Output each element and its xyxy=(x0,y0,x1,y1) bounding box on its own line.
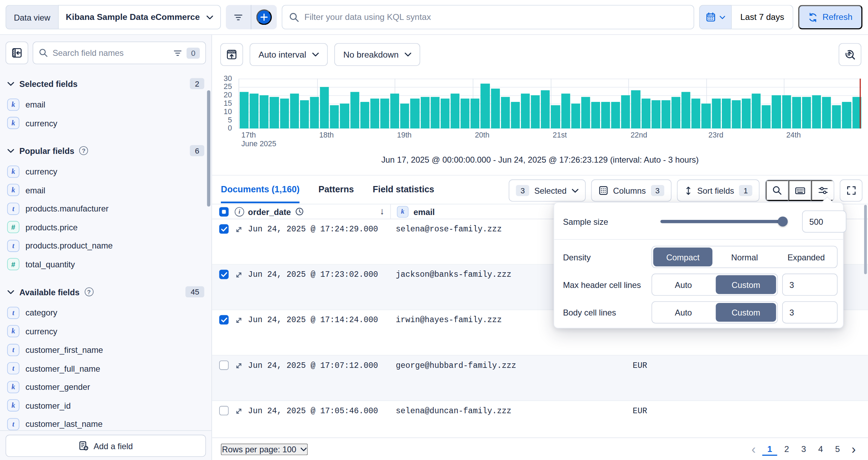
field-item[interactable]: #total_quantity xyxy=(0,255,211,274)
sample-size-input[interactable] xyxy=(802,210,846,232)
histogram-chart[interactable] xyxy=(239,79,861,128)
page-button-5[interactable]: 5 xyxy=(830,443,845,456)
page-button-1[interactable]: 1 xyxy=(762,443,777,456)
email-cell[interactable]: selena@rose-family.zzz xyxy=(396,225,502,233)
histogram-bar[interactable] xyxy=(491,89,500,128)
section-header[interactable]: Available fields?45 xyxy=(0,282,211,301)
selected-documents-dropdown[interactable]: 3 Selected xyxy=(509,179,585,201)
histogram-bar[interactable] xyxy=(702,104,711,128)
filter-icon[interactable] xyxy=(226,5,250,29)
histogram-bar[interactable] xyxy=(420,97,429,128)
field-item[interactable]: kcurrency xyxy=(0,322,211,341)
columns-button[interactable]: Columns 3 xyxy=(591,179,671,201)
body-lines-input[interactable] xyxy=(782,301,838,323)
order-date-cell[interactable]: Jun 24, 2025 @ 17:24:29.000 xyxy=(248,225,378,233)
histogram-bar[interactable] xyxy=(561,94,570,128)
field-item[interactable]: tproducts.manufacturer xyxy=(0,199,211,218)
kql-search-input[interactable] xyxy=(305,12,687,22)
row-checkbox[interactable] xyxy=(219,315,229,325)
field-item[interactable]: kcustomer_id xyxy=(0,396,211,415)
select-all-checkbox[interactable] xyxy=(219,204,229,218)
histogram-bar[interactable] xyxy=(792,97,801,128)
field-item[interactable]: tcategory xyxy=(0,304,211,322)
refresh-button[interactable]: Refresh xyxy=(798,5,863,29)
histogram-bar[interactable] xyxy=(390,94,399,128)
histogram-bar[interactable] xyxy=(461,98,470,128)
header-lines-auto[interactable]: Auto xyxy=(653,275,713,294)
previous-page-button[interactable]: ‹ xyxy=(747,443,760,455)
histogram-bar[interactable] xyxy=(370,98,379,128)
header-lines-custom[interactable]: Custom xyxy=(716,275,776,294)
currency-cell[interactable]: EUR xyxy=(633,407,647,415)
kql-search-box[interactable] xyxy=(282,5,695,29)
histogram-bar[interactable] xyxy=(380,98,389,128)
field-item[interactable]: kcustomer_gender xyxy=(0,378,211,396)
sort-direction-indicator[interactable]: ↓ xyxy=(380,204,384,218)
field-item[interactable]: tproducts.product_name xyxy=(0,237,211,255)
tab-documents[interactable]: Documents (1,160) xyxy=(221,178,300,203)
histogram-bar[interactable] xyxy=(260,95,269,128)
histogram-bar[interactable] xyxy=(410,98,419,128)
histogram-bar[interactable] xyxy=(842,102,851,128)
order-date-cell[interactable]: Jun 24, 2025 @ 17:23:02.000 xyxy=(248,270,378,279)
field-search-input[interactable] xyxy=(53,48,169,58)
histogram-bar[interactable] xyxy=(511,102,520,128)
column-header-order-date[interactable]: order_date xyxy=(248,204,304,218)
histogram-bar[interactable] xyxy=(290,94,299,128)
row-checkbox[interactable] xyxy=(219,406,229,415)
histogram-bar[interactable] xyxy=(360,102,369,128)
histogram-bar[interactable] xyxy=(641,98,650,128)
field-item[interactable]: tcustomer_full_name xyxy=(0,359,211,378)
add-filter-button[interactable] xyxy=(256,9,272,25)
histogram-bar[interactable] xyxy=(782,95,791,128)
data-view-picker[interactable]: Data view Kibana Sample Data eCommerce xyxy=(6,5,221,29)
histogram-bar[interactable] xyxy=(501,97,510,128)
histogram-bar[interactable] xyxy=(752,94,761,128)
data-view-select[interactable]: Kibana Sample Data eCommerce xyxy=(58,5,221,29)
histogram-bar[interactable] xyxy=(441,98,450,128)
header-lines-input[interactable] xyxy=(782,274,838,296)
histogram-bar[interactable] xyxy=(300,100,309,128)
histogram-bar[interactable] xyxy=(531,95,540,128)
row-checkbox[interactable] xyxy=(219,224,229,234)
histogram-bar[interactable] xyxy=(672,97,681,128)
histogram-bar[interactable] xyxy=(320,87,329,128)
tab-field-statistics[interactable]: Field statistics xyxy=(373,178,434,203)
currency-cell[interactable]: EUR xyxy=(633,361,647,370)
histogram-bar[interactable] xyxy=(591,102,600,128)
histogram-bar[interactable] xyxy=(431,97,440,128)
histogram-bar[interactable] xyxy=(581,97,590,128)
expand-row-icon[interactable] xyxy=(235,407,243,415)
histogram-bar[interactable] xyxy=(350,92,359,128)
histogram-bar[interactable] xyxy=(621,95,630,128)
interval-dropdown[interactable]: Auto interval xyxy=(250,43,328,66)
histogram-bar[interactable] xyxy=(571,104,580,128)
breakdown-dropdown[interactable]: No breakdown xyxy=(335,43,420,66)
add-field-button[interactable]: Add a field xyxy=(6,435,206,457)
keyboard-shortcuts-button[interactable] xyxy=(788,180,811,201)
email-cell[interactable]: jackson@banks-family.zzz xyxy=(396,270,511,279)
histogram-bar[interactable] xyxy=(270,97,279,128)
time-range-button[interactable]: Last 7 days xyxy=(732,5,793,29)
sidebar-scrollbar[interactable] xyxy=(207,90,210,207)
histogram-bar[interactable] xyxy=(450,94,459,128)
density-option-expanded[interactable]: Expanded xyxy=(777,247,836,266)
histogram-bar[interactable] xyxy=(802,97,811,128)
page-button-2[interactable]: 2 xyxy=(779,443,794,456)
histogram-bar[interactable] xyxy=(742,98,751,128)
histogram-bar[interactable] xyxy=(832,105,841,128)
order-date-cell[interactable]: Jun 24, 2025 @ 17:14:24.000 xyxy=(248,316,378,324)
section-header[interactable]: Popular fields?6 xyxy=(0,141,211,160)
rows-per-page-dropdown[interactable]: Rows per page: 100 xyxy=(221,443,308,455)
expand-row-icon[interactable] xyxy=(235,271,243,279)
histogram-bar[interactable] xyxy=(631,90,641,128)
histogram-bar[interactable] xyxy=(250,94,259,128)
hide-chart-button[interactable] xyxy=(220,43,243,66)
histogram-bar[interactable] xyxy=(722,98,731,128)
density-option-normal[interactable]: Normal xyxy=(715,247,774,266)
histogram-bar[interactable] xyxy=(280,98,289,128)
field-item[interactable]: #products.price xyxy=(0,218,211,236)
body-lines-auto[interactable]: Auto xyxy=(653,303,713,322)
histogram-bar[interactable] xyxy=(330,105,339,128)
field-filter-icon[interactable] xyxy=(173,49,182,57)
